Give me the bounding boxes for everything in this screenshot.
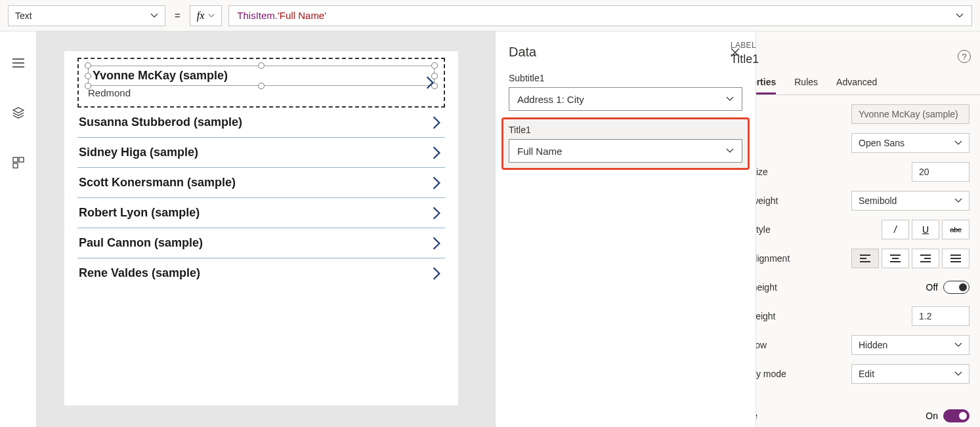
equals-sign: = (172, 10, 183, 21)
autoheight-toggle[interactable] (943, 281, 969, 294)
strikethrough-button[interactable]: abc (942, 220, 969, 239)
chevron-right-icon[interactable] (432, 206, 441, 220)
resize-handle[interactable] (85, 62, 91, 69)
gallery-item[interactable]: Sidney Higa (sample) (77, 138, 445, 168)
subtitle-select[interactable]: Address 1: City (509, 87, 742, 111)
resize-handle[interactable] (85, 83, 91, 89)
chevron-down-icon (954, 341, 962, 349)
chevron-down-icon (954, 197, 962, 205)
title-field-block: Title1 Full Name (501, 117, 750, 170)
gallery-item-title: Sidney Higa (sample) (79, 146, 198, 159)
canvas[interactable]: Yvonne McKay (sample) Redmond (64, 51, 458, 405)
chevron-right-icon[interactable] (432, 146, 441, 160)
help-icon[interactable]: ? (958, 50, 971, 63)
prop-lineheight-input[interactable]: 1.2 (912, 306, 969, 326)
control-type-eyebrow: LABEL (731, 41, 969, 50)
prop-overflow-value: Hidden (859, 340, 887, 350)
title-label-control[interactable]: Yvonne McKay (sample) (88, 66, 435, 86)
align-left-button[interactable] (851, 249, 879, 268)
fx-dropdown[interactable]: fx (190, 5, 223, 26)
formula-bar: Text = fx ThisItem.'Full Name' (0, 0, 980, 31)
resize-handle[interactable] (85, 73, 91, 79)
gallery-item-title: Yvonne McKay (sample) (93, 69, 228, 82)
align-center-button[interactable] (882, 249, 909, 268)
prop-displaymode-select[interactable]: Edit (851, 364, 969, 384)
fx-label: fx (197, 10, 205, 22)
properties-pane: LABEL Title1 ? Properties Rules Advanced… (719, 31, 980, 427)
chevron-down-icon (954, 370, 962, 378)
gallery-item[interactable]: Yvonne McKay (sample) Redmond (77, 58, 445, 108)
chevron-down-icon (956, 12, 964, 20)
gallery-item-title: Rene Valdes (sample) (79, 266, 200, 279)
resize-handle[interactable] (431, 62, 438, 69)
canvas-area: Yvonne McKay (sample) Redmond (37, 31, 719, 427)
chevron-down-icon (726, 147, 734, 155)
svg-rect-2 (13, 163, 18, 168)
prop-overflow-select[interactable]: Hidden (851, 335, 969, 355)
tab-rules[interactable]: Rules (794, 77, 818, 94)
gallery-item[interactable]: Rene Valdes (sample) (77, 258, 445, 288)
hamburger-icon[interactable] (5, 50, 32, 76)
subtitle-field-block: Subtitle1 Address 1: City (509, 73, 742, 111)
gallery-item[interactable]: Robert Lyon (sample) (77, 198, 445, 228)
subtitle-select-value: Address 1: City (517, 94, 584, 105)
gallery-item[interactable]: Paul Cannon (sample) (77, 228, 445, 258)
chevron-right-icon[interactable] (432, 115, 441, 130)
left-rail (0, 31, 37, 427)
property-selector[interactable]: Text (8, 5, 165, 26)
prop-fontweight-value: Semibold (859, 195, 897, 206)
chevron-down-icon (208, 12, 215, 19)
gallery-template-selection: Yvonne McKay (sample) Redmond (77, 58, 445, 108)
prop-fontsize-input[interactable]: 20 (912, 162, 969, 182)
resize-handle[interactable] (258, 62, 265, 69)
subtitle-field-label: Subtitle1 (509, 73, 742, 83)
underline-button[interactable]: U (912, 220, 939, 239)
svg-rect-0 (13, 157, 18, 162)
prop-font-value: Open Sans (859, 138, 905, 148)
gallery-item-title: Susanna Stubberod (sample) (79, 115, 242, 129)
control-name-title: Title1 (731, 52, 969, 66)
title-field-label: Title1 (509, 125, 742, 135)
components-icon[interactable] (5, 150, 32, 176)
formula-text: ThisItem.'Full Name' (237, 10, 326, 21)
gallery-item[interactable]: Susanna Stubberod (sample) (77, 108, 445, 138)
chevron-down-icon (150, 12, 158, 20)
prop-text-value[interactable]: Yvonne McKay (sample) (851, 104, 969, 124)
chevron-down-icon (726, 95, 734, 103)
layers-icon[interactable] (5, 100, 32, 126)
align-right-button[interactable] (912, 249, 939, 268)
gallery-item-title: Robert Lyon (sample) (79, 206, 200, 219)
chevron-right-icon[interactable] (425, 75, 435, 90)
prop-autoheight-value: Off (926, 282, 938, 293)
align-justify-button[interactable] (942, 249, 969, 268)
data-pane-title: Data (509, 45, 536, 60)
prop-visible-value: On (926, 411, 938, 421)
property-selector-value: Text (15, 10, 32, 21)
gallery-item[interactable]: Scott Konersmann (sample) (77, 168, 445, 198)
chevron-right-icon[interactable] (432, 176, 441, 190)
prop-font-select[interactable]: Open Sans (851, 133, 969, 153)
gallery: Yvonne McKay (sample) Redmond (64, 51, 458, 288)
svg-rect-1 (19, 157, 24, 162)
tab-advanced[interactable]: Advanced (836, 77, 877, 94)
chevron-right-icon[interactable] (432, 236, 441, 251)
resize-handle[interactable] (258, 83, 265, 89)
chevron-right-icon[interactable] (432, 266, 441, 281)
gallery-item-title: Paul Cannon (sample) (79, 236, 203, 249)
visible-toggle[interactable] (943, 409, 969, 422)
title-select-value: Full Name (517, 146, 562, 157)
italic-button[interactable]: / (882, 220, 909, 239)
prop-fontweight-select[interactable]: Semibold (851, 191, 969, 211)
data-pane: Data Subtitle1 Address 1: City Title1 F (495, 31, 756, 427)
formula-input[interactable]: ThisItem.'Full Name' (228, 5, 972, 26)
title-select[interactable]: Full Name (509, 139, 742, 163)
prop-displaymode-value: Edit (859, 369, 874, 379)
properties-tabs: Properties Rules Advanced (720, 77, 980, 95)
gallery-item-title: Scott Konersmann (sample) (79, 176, 236, 189)
chevron-down-icon (954, 139, 962, 147)
